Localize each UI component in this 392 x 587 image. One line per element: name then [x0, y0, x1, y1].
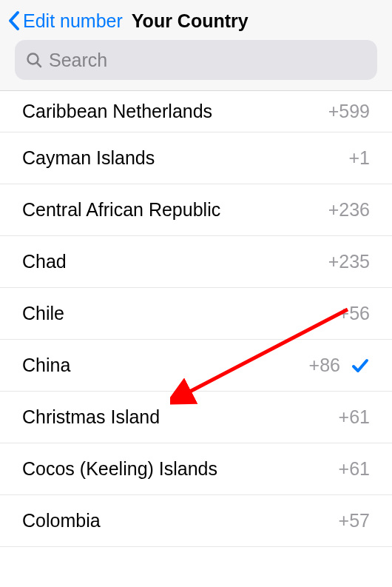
- dial-code: +235: [328, 251, 370, 272]
- list-item[interactable]: Cocos (Keeling) Islands+61: [0, 443, 392, 495]
- header: Edit number Your Country: [0, 0, 392, 91]
- page-title: Your Country: [132, 10, 249, 32]
- list-item[interactable]: Caribbean Netherlands+599: [0, 91, 392, 133]
- country-name: Central African Republic: [22, 199, 220, 221]
- back-button[interactable]: Edit number: [7, 10, 123, 32]
- row-right: +1: [348, 147, 370, 169]
- dial-code: +56: [339, 303, 370, 324]
- search-input[interactable]: [49, 50, 367, 71]
- list-item[interactable]: Chile+56: [0, 288, 392, 340]
- country-name: Cayman Islands: [22, 147, 155, 169]
- row-right: +57: [339, 510, 370, 531]
- dial-code: +599: [328, 101, 370, 122]
- dial-code: +86: [309, 355, 340, 376]
- row-right: +599: [328, 101, 370, 122]
- country-name: Cocos (Keeling) Islands: [22, 458, 217, 480]
- list-item[interactable]: China+86: [0, 340, 392, 392]
- list-item[interactable]: Cayman Islands+1: [0, 133, 392, 184]
- row-right: +235: [328, 251, 370, 272]
- row-right: +61: [339, 458, 370, 480]
- dial-code: +61: [339, 458, 370, 480]
- country-name: Chile: [22, 303, 64, 324]
- list-item[interactable]: Chad+235: [0, 236, 392, 288]
- country-name: Chad: [22, 251, 67, 272]
- nav-row: Edit number Your Country: [0, 0, 392, 40]
- country-name: Colombia: [22, 510, 101, 531]
- checkmark-icon: [351, 356, 370, 375]
- country-name: Christmas Island: [22, 406, 160, 428]
- search-icon: [25, 51, 43, 69]
- dial-code: +57: [339, 510, 370, 531]
- row-right: +236: [328, 199, 370, 221]
- list-item[interactable]: Central African Republic+236: [0, 184, 392, 236]
- row-right: +86: [309, 355, 370, 376]
- back-label: Edit number: [23, 10, 123, 32]
- list-item[interactable]: Christmas Island+61: [0, 392, 392, 443]
- dial-code: +1: [348, 147, 370, 169]
- dial-code: +61: [339, 406, 370, 428]
- row-right: +61: [339, 406, 370, 428]
- chevron-left-icon: [7, 10, 20, 31]
- list-item[interactable]: Colombia+57: [0, 495, 392, 547]
- country-name: China: [22, 355, 70, 376]
- search-container: [0, 40, 392, 80]
- search-bar[interactable]: [15, 40, 377, 80]
- country-name: Caribbean Netherlands: [22, 101, 212, 122]
- dial-code: +236: [328, 199, 370, 221]
- svg-line-1: [37, 63, 41, 67]
- country-list[interactable]: Caribbean Netherlands+599Cayman Islands+…: [0, 91, 392, 547]
- row-right: +56: [339, 303, 370, 324]
